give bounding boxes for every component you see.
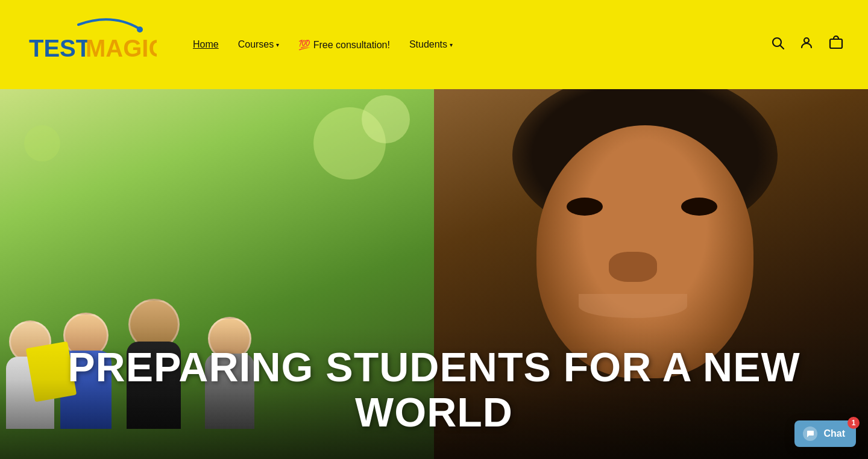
svg-point-0 xyxy=(137,27,143,33)
cart-icon[interactable] xyxy=(828,36,844,54)
courses-chevron-icon: ▾ xyxy=(276,42,279,48)
nav-courses[interactable]: Courses ▾ xyxy=(238,39,280,50)
chat-bubble-icon xyxy=(803,426,817,441)
hero-overlay: PREPARING STUDENTS FOR A NEW WORLD xyxy=(0,326,868,459)
bokeh-3 xyxy=(24,125,60,161)
hero-section: PREPARING STUDENTS FOR A NEW WORLD xyxy=(0,89,868,459)
hero-headline: PREPARING STUDENTS FOR A NEW WORLD xyxy=(24,345,844,435)
students-chevron-icon: ▾ xyxy=(450,42,453,48)
chat-label: Chat xyxy=(823,428,845,439)
nav-students[interactable]: Students ▾ xyxy=(409,39,453,50)
svg-text:TEST: TEST xyxy=(29,35,90,61)
main-nav: Home Courses ▾ 💯 Free consultation! Stud… xyxy=(193,39,770,51)
site-header: TEST MAGIC Home Courses ▾ 💯 Free consult… xyxy=(0,0,868,89)
header-actions xyxy=(770,36,844,54)
logo[interactable]: TEST MAGIC xyxy=(24,17,157,72)
logo-svg: TEST MAGIC xyxy=(24,17,157,72)
nav-consultation[interactable]: 💯 Free consultation! xyxy=(298,39,390,51)
svg-point-5 xyxy=(804,38,809,43)
search-icon[interactable] xyxy=(770,36,785,54)
nav-home[interactable]: Home xyxy=(193,39,219,50)
chat-widget[interactable]: 1 Chat xyxy=(794,420,856,447)
svg-rect-6 xyxy=(830,39,842,48)
chat-badge: 1 xyxy=(848,417,860,429)
bokeh-2 xyxy=(362,95,410,143)
svg-text:MAGIC: MAGIC xyxy=(86,35,157,61)
login-icon[interactable] xyxy=(799,36,814,54)
svg-line-4 xyxy=(781,46,784,49)
